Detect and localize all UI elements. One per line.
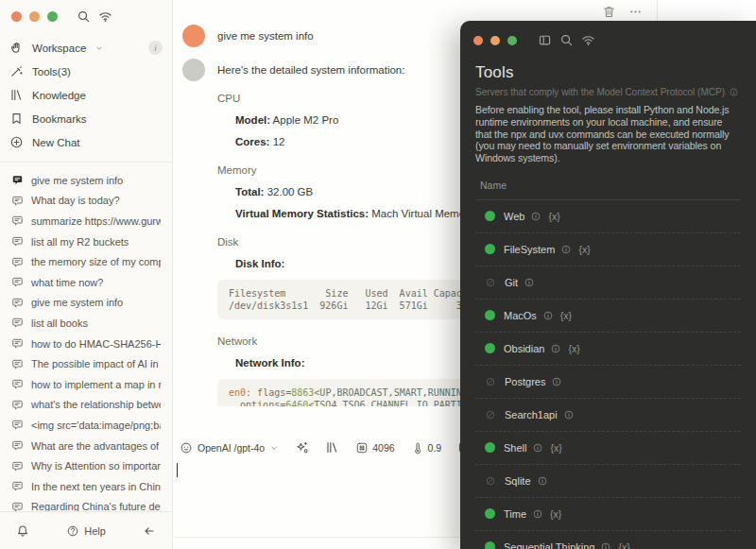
max-tokens-control[interactable]: 4096 (355, 441, 394, 455)
chat-history-item[interactable]: how to implement a map in rust? (8, 374, 164, 395)
info-icon[interactable] (600, 541, 611, 549)
tool-row[interactable]: Postgres (475, 366, 741, 399)
chat-bubble-icon (11, 276, 24, 288)
traffic-light-minimize[interactable] (29, 11, 40, 22)
info-icon[interactable] (524, 277, 535, 288)
tools-toggle-button[interactable] (295, 440, 309, 455)
knowledge-button[interactable] (325, 440, 339, 455)
chat-history-item[interactable]: What are the advantages of usi... (8, 436, 164, 456)
panel-search-icon[interactable] (559, 33, 574, 47)
chat-history-item[interactable]: What day is today? (8, 191, 164, 212)
enabled-status-dot (485, 343, 495, 353)
enabled-status-dot (485, 508, 495, 519)
tool-row[interactable]: Web {x} (475, 200, 741, 233)
temperature-control[interactable]: 0.9 (411, 441, 442, 455)
column-divider (657, 0, 658, 21)
chat-history-list: give me system info What day is today? s… (0, 163, 172, 517)
chat-history-item[interactable]: give me system info (8, 170, 164, 191)
schema-badge: {x} (550, 508, 561, 520)
max-tokens-value: 4096 (372, 442, 394, 454)
chat-bubble-icon (11, 256, 24, 268)
wand-icon (9, 64, 24, 78)
chat-history-label: What are the advantages of usi... (31, 440, 161, 452)
chat-history-label: Why is Attention so important i... (31, 460, 161, 472)
panel-wifi-icon[interactable] (581, 33, 595, 47)
chat-history-item[interactable]: Why is Attention so important i... (8, 455, 164, 476)
chat-history-item[interactable]: list all my R2 buckets (8, 232, 164, 252)
chat-history-item[interactable]: list all books (8, 313, 164, 334)
chat-history-label: list all my R2 buckets (31, 236, 129, 248)
info-icon[interactable] (729, 87, 739, 97)
sidebar-item-workspace[interactable]: Workspace i (9, 36, 163, 60)
tool-name: Sqlite (505, 475, 531, 487)
chat-history-item[interactable]: what time now? (8, 272, 164, 293)
traffic-light-zoom[interactable] (47, 11, 58, 22)
tool-row[interactable]: Sqlite (475, 465, 741, 498)
info-icon[interactable] (532, 508, 543, 520)
sidebar-item-knowledge[interactable]: Knowledge (9, 83, 163, 107)
info-icon[interactable] (560, 244, 572, 255)
panel-traffic-light-close[interactable] (473, 36, 483, 45)
delete-chat-icon[interactable] (602, 5, 616, 19)
tool-row[interactable]: MacOs {x} (475, 300, 741, 333)
tool-row[interactable]: Time {x} (475, 498, 741, 531)
model-selector[interactable]: OpenAI /gpt-4o (180, 441, 279, 455)
sidebar-toggle-icon[interactable] (538, 33, 552, 47)
sidebar-item-tools[interactable]: Tools(3) (9, 60, 163, 83)
tool-row[interactable]: Search1api (475, 399, 741, 432)
chat-history-item[interactable]: In the next ten years in China, w... (8, 476, 164, 497)
tool-name: Sequential Thinking (504, 541, 594, 549)
collapse-sidebar-icon[interactable] (143, 524, 156, 538)
tool-name: Obsidian (504, 343, 544, 354)
sidebar-item-bookmarks[interactable]: Bookmarks (9, 107, 163, 130)
chat-history-item[interactable]: give me system info (8, 293, 164, 314)
chat-history-item[interactable]: how to do HMAC-SHA256-HEX i... (8, 334, 164, 354)
panel-traffic-light-zoom[interactable] (507, 36, 517, 45)
tool-row[interactable]: Shell {x} (475, 432, 741, 465)
hash-icon (355, 441, 369, 455)
chat-history-label: how to do HMAC-SHA256-HEX i... (31, 338, 161, 350)
info-icon[interactable] (537, 475, 548, 487)
sidebar-item-new-chat[interactable]: New Chat (9, 130, 163, 154)
model-provider-icon (180, 441, 193, 455)
info-icon[interactable] (532, 442, 543, 454)
enabled-status-dot (485, 310, 495, 320)
tool-row[interactable]: Sequential Thinking {x} (475, 531, 741, 549)
chat-bubble-icon (11, 297, 24, 309)
tool-row[interactable]: Git (475, 266, 741, 300)
schema-badge: {x} (548, 211, 559, 222)
notifications-bell-icon[interactable] (16, 524, 29, 538)
chat-history-label: In the next ten years in China, w... (31, 481, 161, 492)
chat-history-item[interactable]: what's the relationship between... (8, 395, 164, 416)
chat-bubble-icon (11, 214, 24, 227)
chat-history-item[interactable]: summarize https://www.gurwi... (8, 211, 164, 232)
books-icon (9, 88, 24, 102)
search-icon[interactable] (77, 9, 91, 24)
chat-bubble-icon (11, 195, 24, 207)
traffic-light-close[interactable] (11, 11, 22, 22)
chat-history-item[interactable]: <img src='data:image/png;bas... (8, 415, 164, 436)
more-options-icon[interactable] (628, 5, 643, 19)
chat-history-label: how to implement a map in rust? (31, 379, 161, 390)
info-icon[interactable] (563, 409, 575, 420)
sidebar: Workspace i Tools(3) Knowledge Bookmarks… (0, 0, 173, 549)
chat-history-item[interactable]: the memory size of my computer (8, 251, 164, 272)
enabled-status-dot (485, 244, 495, 254)
chat-history-item[interactable]: The possible impact of AI in edu... (8, 353, 164, 374)
tool-row[interactable]: FileSystem {x} (475, 233, 741, 266)
info-icon[interactable] (530, 211, 541, 222)
sparkle-icon (295, 440, 309, 455)
tool-row[interactable]: Obsidian {x} (475, 333, 741, 366)
info-icon[interactable] (542, 310, 554, 321)
help-label: Help (84, 525, 106, 537)
nav-item-label: Tools(3) (32, 66, 71, 77)
help-button[interactable]: Help (66, 524, 106, 538)
chat-history-label: summarize https://www.gurwi... (31, 215, 161, 227)
panel-traffic-light-minimize[interactable] (490, 36, 500, 45)
wifi-icon[interactable] (98, 9, 112, 24)
info-icon[interactable] (550, 343, 561, 354)
chat-history-label: <img src='data:image/png;bas... (31, 420, 161, 431)
info-icon[interactable] (551, 376, 562, 387)
tool-name: Web (504, 211, 524, 222)
nav-item-label: New Chat (32, 137, 80, 148)
